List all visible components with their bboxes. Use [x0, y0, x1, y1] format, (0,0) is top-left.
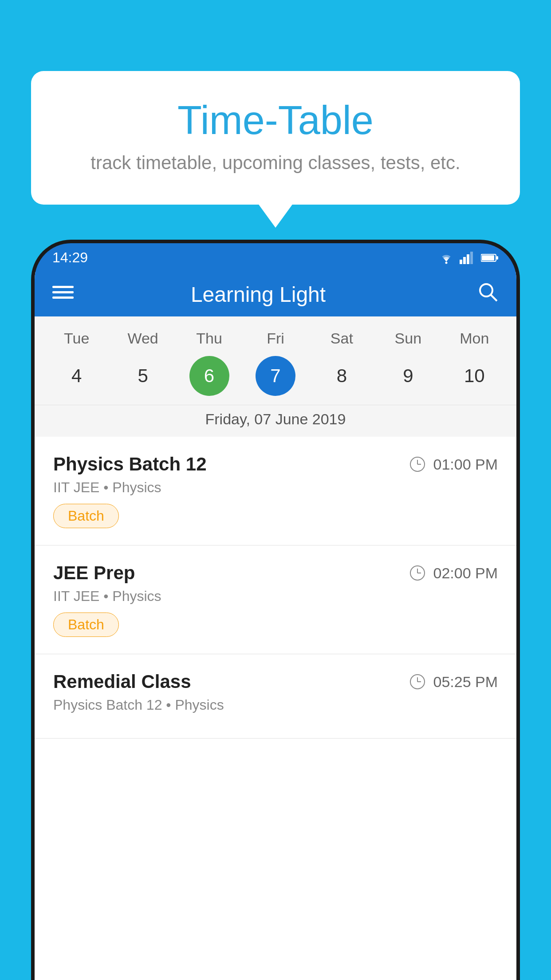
day-sun: Sun	[382, 330, 435, 347]
class-item-header-3: Remedial Class 05:25 PM	[53, 671, 498, 692]
day-fri: Fri	[249, 330, 302, 347]
svg-rect-10	[52, 296, 74, 299]
battery-icon	[481, 253, 499, 263]
class-item-header-1: Physics Batch 12 01:00 PM	[53, 454, 498, 475]
class-meta-3: Physics Batch 12 • Physics	[53, 697, 498, 713]
status-time: 14:29	[52, 249, 88, 266]
speech-bubble: Time-Table track timetable, upcoming cla…	[31, 71, 520, 205]
class-name-1: Physics Batch 12	[53, 454, 207, 475]
class-time-3: 05:25 PM	[410, 673, 498, 691]
class-item-jee-prep[interactable]: JEE Prep 02:00 PM IIT JEE • Physics Batc…	[35, 545, 516, 654]
batch-tag-1: Batch	[53, 504, 119, 528]
bubble-subtitle: track timetable, upcoming classes, tests…	[67, 152, 484, 174]
svg-point-11	[480, 284, 492, 296]
class-list: Physics Batch 12 01:00 PM IIT JEE • Phys…	[35, 437, 516, 739]
class-item-remedial[interactable]: Remedial Class 05:25 PM Physics Batch 12…	[35, 654, 516, 739]
clock-icon-1	[410, 457, 425, 472]
class-time-1: 01:00 PM	[410, 456, 498, 473]
status-bar: 14:29	[35, 243, 516, 272]
wifi-icon	[438, 252, 454, 264]
svg-point-0	[445, 261, 448, 264]
selected-date-label: Friday, 07 June 2019	[35, 405, 516, 437]
app-bar-title: Learning Light	[87, 282, 429, 307]
app-bar: Learning Light	[35, 272, 516, 316]
svg-rect-1	[460, 260, 462, 264]
date-6-today[interactable]: 6	[189, 356, 229, 396]
date-8[interactable]: 8	[322, 356, 362, 396]
class-meta-1: IIT JEE • Physics	[53, 479, 498, 496]
clock-icon-3	[410, 674, 425, 689]
phone-frame: 14:29	[31, 240, 520, 980]
day-thu: Thu	[183, 330, 236, 347]
speech-bubble-container: Time-Table track timetable, upcoming cla…	[31, 71, 520, 205]
class-name-3: Remedial Class	[53, 671, 191, 692]
calendar-strip: Tue Wed Thu Fri Sat Sun Mon 4 5 6 7 8 9 …	[35, 316, 516, 437]
day-mon: Mon	[448, 330, 501, 347]
day-sat: Sat	[315, 330, 368, 347]
clock-icon-2	[410, 565, 425, 581]
svg-rect-4	[470, 252, 473, 264]
menu-icon[interactable]	[52, 281, 74, 308]
svg-rect-3	[467, 254, 469, 264]
phone-screen: Learning Light Tue Wed Thu Fri Sat Sun	[35, 272, 516, 980]
date-7-selected[interactable]: 7	[256, 356, 295, 396]
svg-rect-8	[52, 286, 74, 288]
class-name-2: JEE Prep	[53, 562, 135, 584]
date-5[interactable]: 5	[123, 356, 163, 396]
svg-line-12	[491, 295, 497, 301]
phone-inner: 14:29	[35, 243, 516, 980]
day-wed: Wed	[116, 330, 169, 347]
bubble-title: Time-Table	[67, 98, 484, 143]
svg-rect-6	[482, 255, 494, 261]
search-icon[interactable]	[477, 281, 499, 308]
signal-icon	[460, 252, 476, 264]
class-item-physics-batch[interactable]: Physics Batch 12 01:00 PM IIT JEE • Phys…	[35, 437, 516, 545]
date-10[interactable]: 10	[454, 356, 494, 396]
status-icons	[438, 252, 499, 264]
date-9[interactable]: 9	[388, 356, 428, 396]
batch-tag-2: Batch	[53, 612, 119, 637]
class-meta-2: IIT JEE • Physics	[53, 588, 498, 605]
dates-row: 4 5 6 7 8 9 10	[35, 352, 516, 405]
days-header: Tue Wed Thu Fri Sat Sun Mon	[35, 325, 516, 352]
date-4[interactable]: 4	[57, 356, 97, 396]
svg-rect-2	[463, 257, 466, 264]
class-item-header-2: JEE Prep 02:00 PM	[53, 562, 498, 584]
svg-rect-9	[52, 291, 74, 293]
day-tue: Tue	[50, 330, 103, 347]
svg-rect-7	[496, 256, 498, 260]
class-time-2: 02:00 PM	[410, 565, 498, 582]
